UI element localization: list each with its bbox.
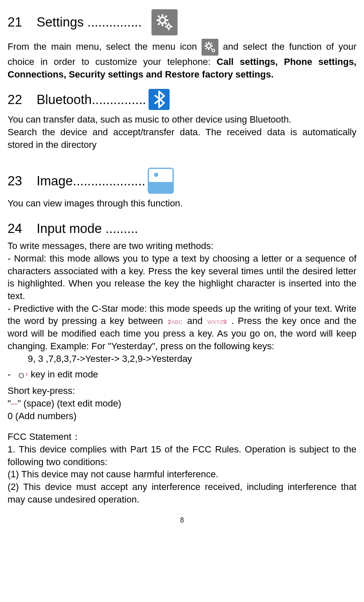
svg-rect-5 [157, 15, 160, 18]
fcc-heading: FCC Statement： [8, 431, 356, 443]
svg-rect-10 [168, 23, 170, 24]
heading-text: Image.................... [37, 174, 145, 188]
heading-input-mode: 24 Input mode ......... [8, 221, 356, 236]
svg-rect-21 [205, 48, 207, 49]
svg-rect-4 [166, 19, 168, 21]
key-9-icon: WXYZ9 [207, 318, 228, 326]
text-run: " (space) (text edit mode) [18, 398, 121, 409]
input-zero-key-line: - O ± key in edit mode [8, 368, 356, 381]
svg-rect-11 [168, 29, 170, 30]
svg-point-23 [212, 49, 215, 52]
svg-rect-7 [157, 23, 160, 25]
heading-settings: 21 Settings ............... [8, 9, 356, 35]
heading-number: 24 [8, 221, 22, 236]
svg-rect-18 [211, 45, 213, 47]
svg-rect-17 [205, 45, 206, 47]
key-space-icon: — [11, 399, 18, 409]
heading-text: Input mode ......... [37, 221, 138, 236]
heading-image: 23 Image.................... [8, 168, 356, 194]
svg-rect-16 [208, 48, 209, 50]
heading-number: 21 [8, 15, 22, 29]
heading-bluetooth: 22 Bluetooth............... [8, 89, 356, 110]
svg-rect-20 [210, 48, 212, 49]
short-keypress-zero: 0 (Add numbers) [8, 410, 356, 423]
settings-para: From the main menu, select the menu icon… [8, 39, 356, 80]
input-intro: To write messages, there are two writing… [8, 240, 356, 252]
text-run: " [8, 398, 11, 409]
settings-gear-icon [151, 9, 178, 35]
input-example: 9, 3 ,7,8,3,7->Yester-> 3,2,9->Yesterday [8, 353, 356, 365]
heading-number: 22 [8, 92, 22, 107]
heading-number: 23 [8, 174, 22, 188]
key-0-icon: O ± [19, 369, 28, 382]
settings-menu-icon [202, 39, 218, 56]
bluetooth-p2: Search the device and accept/transfer da… [8, 126, 356, 151]
fcc-p2: (1) This device may not cause harmful in… [8, 468, 356, 481]
svg-rect-22 [210, 42, 212, 44]
svg-rect-2 [162, 24, 163, 26]
svg-rect-1 [162, 14, 163, 17]
svg-rect-19 [205, 42, 207, 44]
text-run: and [187, 316, 203, 326]
heading-text: Settings ............... [37, 15, 142, 29]
input-normal: - Normal: this mode allows you to type a… [8, 252, 356, 302]
svg-rect-12 [165, 26, 167, 27]
text-run: From the main menu, select the menu icon [8, 41, 197, 52]
bluetooth-p1: You can transfer data, such as music to … [8, 113, 356, 126]
text-run: - [8, 369, 11, 380]
svg-rect-3 [157, 19, 159, 21]
svg-rect-15 [208, 42, 209, 43]
image-gallery-icon [148, 168, 174, 194]
svg-rect-8 [165, 15, 167, 18]
fcc-p3: (2) This device must accept any interfer… [8, 481, 356, 506]
svg-point-14 [207, 44, 211, 48]
key-2-icon: 2ABC [167, 318, 183, 326]
fcc-p1: 1. This device complies with Part 15 of … [8, 443, 356, 468]
image-p1: You can view images through this functio… [8, 197, 356, 210]
short-keypress-head: Short key-press: [8, 385, 356, 397]
text-run: key in edit mode [31, 369, 98, 380]
svg-point-9 [167, 25, 170, 28]
bluetooth-icon [149, 89, 170, 110]
heading-text: Bluetooth............... [37, 92, 146, 107]
page-number: 8 [8, 516, 356, 525]
short-keypress-space: "—" (space) (text edit mode) [8, 397, 356, 410]
svg-point-0 [159, 17, 165, 23]
svg-rect-13 [171, 26, 173, 27]
input-predictive: - Predictive with the C-Star mode: this … [8, 302, 356, 353]
